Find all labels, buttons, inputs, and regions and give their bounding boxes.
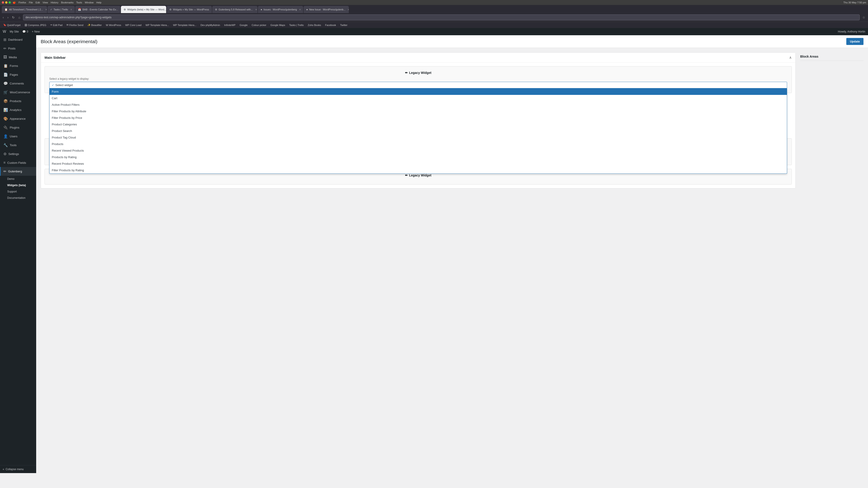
sidebar-item-appearance[interactable]: 🎨 Appearance: [0, 114, 36, 123]
sidebar-item-analytics[interactable]: 📊 Analytics: [0, 105, 36, 114]
dropdown-item-form[interactable]: Form: [50, 88, 787, 95]
firefox-menu[interactable]: Firefox: [19, 1, 26, 4]
widget-1-dropdown[interactable]: ✓ Select widget Form Cart Active Product…: [49, 82, 787, 88]
bookmark-infinitewp[interactable]: InfiniteWP: [223, 23, 237, 27]
bookmark-wp-template-2[interactable]: WP Template Hiera...: [172, 23, 198, 27]
sidebar-item-settings[interactable]: ⚙ Settings: [0, 150, 36, 158]
sidebar-label-pages: Pages: [10, 73, 18, 76]
bookmark-twitter[interactable]: Twitter: [339, 23, 349, 27]
dropdown-item-product-tag-cloud[interactable]: Product Tag Cloud: [50, 134, 787, 141]
bookmark-firefox-send[interactable]: ✉ Firefox Send: [65, 23, 85, 27]
bookmark-tasks-trello[interactable]: Tasks | Trello: [288, 23, 305, 27]
bookmark-wp-template-1[interactable]: WP Template Hiera...: [144, 23, 170, 27]
bookmark-compress-jpeg[interactable]: 🖼 Compress JPEG: [23, 23, 48, 27]
dropdown-item-filter-products-by-attribute[interactable]: Filter Products by Attribute: [50, 108, 787, 115]
dropdown-item-filter-products-by-rating[interactable]: Filter Products by Rating: [50, 167, 787, 173]
checkmark-icon: ✓: [52, 84, 54, 87]
tab-close-5[interactable]: ✕: [211, 8, 212, 11]
bookmarks-menu[interactable]: Bookmarks: [61, 1, 73, 4]
sidebar-item-plugins[interactable]: 🔌 Plugins: [0, 123, 36, 132]
sidebar-sub-demo[interactable]: Demo: [0, 176, 36, 182]
sidebar-item-custom-fields[interactable]: ≡ Custom Fields: [0, 158, 36, 167]
reload-button[interactable]: ↻: [11, 15, 16, 20]
widget-1-dropdown-trigger[interactable]: ✓ Select widget: [49, 82, 787, 88]
dropdown-item-products[interactable]: Products: [50, 141, 787, 147]
tab-2[interactable]: ✓ Tasks | Trello ✕: [48, 6, 75, 13]
apple-menu[interactable]: 🍎: [13, 1, 16, 4]
dropdown-item-product-categories[interactable]: Product Categories: [50, 121, 787, 128]
dropdown-item-filter-products-by-price[interactable]: Filter Products by Price: [50, 115, 787, 121]
tab-1[interactable]: 📋 All Timesheet | Timesheet | 2... ✕: [2, 6, 47, 13]
back-button[interactable]: ‹: [2, 15, 5, 20]
bookmark-dev-phpmyadmin[interactable]: Dev phpMyAdmin: [199, 23, 221, 27]
file-menu[interactable]: File: [29, 1, 33, 4]
address-input[interactable]: [23, 14, 860, 20]
sidebar-item-woocommerce[interactable]: 🛒 WooCommerce: [0, 88, 36, 97]
bookmark-google-maps[interactable]: Google Maps: [269, 23, 286, 27]
tab-close-6[interactable]: ✕: [255, 8, 257, 11]
window-controls[interactable]: [2, 1, 11, 4]
view-menu[interactable]: View: [42, 1, 48, 4]
dropdown-item-products-by-rating[interactable]: Products by Rating: [50, 154, 787, 160]
tab-3[interactable]: 📅 BAB - Events Calendar 'No Ev... ✕: [75, 6, 121, 13]
dropdown-item-recent-product-reviews[interactable]: Recent Product Reviews: [50, 160, 787, 167]
tab-5[interactable]: ⚙ Widgets « My Site — WordPress ✕: [166, 6, 212, 13]
bookmark-icon: ✉: [66, 24, 68, 26]
dropdown-item-recent-viewed-products[interactable]: Recent Viewed Products: [50, 147, 787, 154]
bookmark-quickforget[interactable]: 🔖 QuickForget: [2, 23, 22, 27]
sidebar-sub-documentation[interactable]: Documentation: [0, 195, 36, 201]
tab-4[interactable]: ⚙ Widgets (beta) « My Site — Word... ✕: [121, 6, 166, 13]
sidebar-item-gutenberg[interactable]: ✏ Gutenberg: [0, 167, 36, 176]
sidebar-item-media[interactable]: 🖼 Media: [0, 53, 36, 61]
minimize-button[interactable]: [5, 1, 7, 4]
update-button[interactable]: Update: [846, 38, 864, 45]
sidebar-item-pages[interactable]: 📄 Pages: [0, 70, 36, 79]
sidebar-sub-widgets-beta[interactable]: Widgets (beta): [0, 182, 36, 188]
bookmark-wp-core-load[interactable]: WP Core Load: [124, 23, 143, 27]
user-greeting[interactable]: Howdy, Anthony Hortin: [838, 30, 865, 33]
sidebar-item-posts[interactable]: ✏ Posts: [0, 44, 36, 53]
forward-button[interactable]: ›: [6, 15, 9, 20]
comments-count[interactable]: 💬 0: [22, 30, 28, 33]
tools-menu[interactable]: Tools: [76, 1, 82, 4]
help-menu[interactable]: Help: [96, 1, 101, 4]
bookmark-google[interactable]: Google: [238, 23, 249, 27]
dropdown-item-product-search[interactable]: Product Search: [50, 128, 787, 134]
sidebar-item-comments[interactable]: 💬 Comments: [0, 79, 36, 88]
close-button[interactable]: [2, 1, 4, 4]
tab-7[interactable]: ● Issues · WordPress/gutenberg ✕: [258, 6, 303, 13]
bookmark-edit-pad[interactable]: ✏ Edit Pad: [49, 23, 64, 27]
home-button[interactable]: ⌂: [18, 15, 21, 20]
new-item-link[interactable]: + New: [32, 30, 40, 33]
bookmark-zoho-books[interactable]: Zoho Books: [307, 23, 322, 27]
sidebar-label-analytics: Analytics: [10, 108, 22, 111]
tab-close-2[interactable]: ✕: [70, 8, 72, 11]
bookmark-wordpress[interactable]: W WordPress: [104, 23, 123, 27]
maximize-button[interactable]: [8, 1, 11, 4]
sidebar-item-users[interactable]: 👤 Users: [0, 132, 36, 141]
tab-close-1[interactable]: ✕: [45, 8, 47, 11]
sidebar-item-products[interactable]: 📦 Products: [0, 97, 36, 105]
bookmark-facebook[interactable]: Facebook: [324, 23, 337, 27]
tab-close-7[interactable]: ✕: [299, 8, 301, 11]
tab-6[interactable]: ⚙ Gutenberg 5.8 Released with... ✕: [212, 6, 257, 13]
history-menu[interactable]: History: [51, 1, 58, 4]
tab-8[interactable]: ● New Issue · WordPress/gutenb... ✕: [304, 6, 349, 13]
my-site-link[interactable]: My Site: [10, 30, 19, 33]
wp-logo[interactable]: W: [3, 30, 6, 34]
tab-close-3[interactable]: ✕: [120, 8, 121, 11]
sidebar-item-dashboard[interactable]: ⊞ Dashboard: [0, 35, 36, 44]
dropdown-item-cart[interactable]: Cart: [50, 95, 787, 101]
tab-close-8[interactable]: ✕: [348, 8, 349, 11]
bookmark-colour-picker[interactable]: Colour picker: [250, 23, 268, 27]
window-menu[interactable]: Window: [85, 1, 94, 4]
collapse-menu-button[interactable]: « Collapse menu: [0, 465, 36, 473]
sidebar-sub-support[interactable]: Support: [0, 188, 36, 195]
sidebar-item-tools[interactable]: 🔧 Tools: [0, 141, 36, 150]
sidebar-item-forms[interactable]: 📋 Forms: [0, 61, 36, 70]
bookmark-beautifier[interactable]: ✨ Beautifier: [86, 23, 103, 27]
bookmark-button[interactable]: ☆: [862, 15, 866, 20]
dropdown-item-active-product-filters[interactable]: Active Product Filters: [50, 101, 787, 108]
edit-menu[interactable]: Edit: [35, 1, 40, 4]
block-area-collapse-button[interactable]: ∧: [789, 55, 792, 60]
